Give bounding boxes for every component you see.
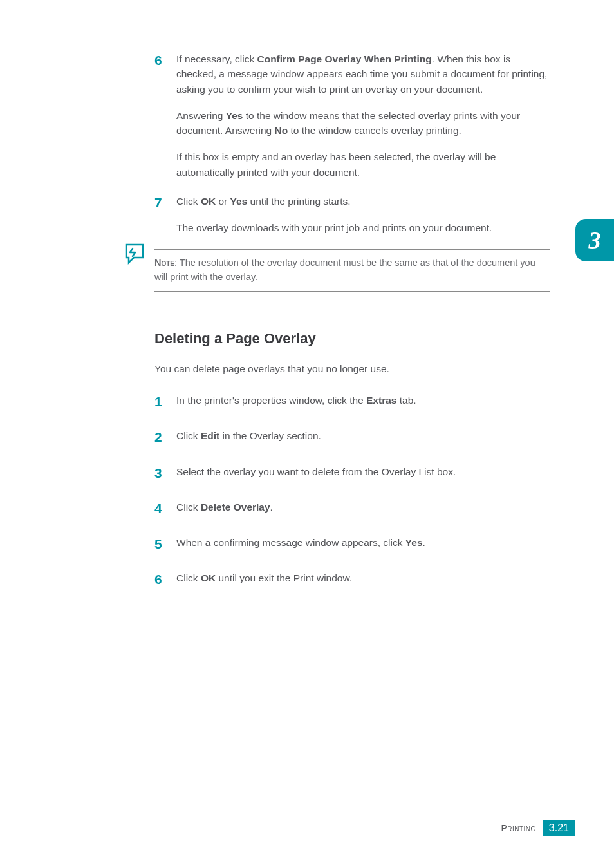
chapter-number: 3 <box>589 226 601 254</box>
upper-steps: 6If necessary, click Confirm Page Overla… <box>154 52 550 235</box>
step-item: 6If necessary, click Confirm Page Overla… <box>154 52 550 180</box>
bold-text: Delete Overlay <box>201 502 270 513</box>
step-paragraph: If this box is empty and an overlay has … <box>176 149 550 180</box>
step-number: 6 <box>154 52 176 180</box>
bold-text: No <box>275 125 288 136</box>
step-number: 3 <box>154 464 176 482</box>
step-item: 3Select the overlay you want to delete f… <box>154 464 550 482</box>
step-item: 7Click OK or Yes until the printing star… <box>154 194 550 236</box>
step-number: 2 <box>154 428 176 446</box>
step-item: 6Click OK until you exit the Print windo… <box>154 571 550 588</box>
step-number: 7 <box>154 194 176 236</box>
note-label: Note <box>154 258 174 268</box>
step-paragraph: Answering Yes to the window means that t… <box>176 108 550 138</box>
footer-page-number: 3.21 <box>543 820 575 836</box>
note-icon <box>121 238 149 267</box>
footer-section-label: Printing <box>501 823 535 833</box>
bold-text: Yes <box>230 196 248 207</box>
step-item: 1In the printer's properties window, cli… <box>154 393 550 410</box>
step-item: 4Click Delete Overlay. <box>154 500 550 517</box>
step-text: When a confirming message window appears… <box>176 535 550 552</box>
section-heading: Deleting a Page Overlay <box>154 330 550 347</box>
step-number: 4 <box>154 500 176 517</box>
step-item: 5When a confirming message window appear… <box>154 535 550 552</box>
bold-text: Confirm Page Overlay When Printing <box>257 53 431 64</box>
page-footer: Printing 3.21 <box>501 820 575 836</box>
lower-steps: 1In the printer's properties window, cli… <box>154 393 550 589</box>
step-text: Click OK or Yes until the printing start… <box>176 194 550 236</box>
step-paragraph: Click OK or Yes until the printing start… <box>176 194 550 209</box>
step-text: Click OK until you exit the Print window… <box>176 571 550 588</box>
step-item: 2Click Edit in the Overlay section. <box>154 428 550 446</box>
bold-text: Edit <box>201 430 219 441</box>
bold-text: Extras <box>366 395 396 406</box>
step-number: 1 <box>154 393 176 410</box>
step-number: 6 <box>154 571 176 588</box>
chapter-tab: 3 <box>575 219 614 261</box>
step-text: If necessary, click Confirm Page Overlay… <box>176 52 550 180</box>
step-paragraph: If necessary, click Confirm Page Overlay… <box>176 52 550 97</box>
bold-text: OK <box>201 196 216 207</box>
step-text: Click Delete Overlay. <box>176 500 550 517</box>
step-text: Select the overlay you want to delete fr… <box>176 464 550 482</box>
step-number: 5 <box>154 535 176 552</box>
note-box: Note: The resolution of the overlay docu… <box>154 249 550 292</box>
note-text: Note: The resolution of the overlay docu… <box>154 256 550 285</box>
section-intro: You can delete page overlays that you no… <box>154 361 550 376</box>
note-body: : The resolution of the overlay document… <box>154 258 535 282</box>
step-text: Click Edit in the Overlay section. <box>176 428 550 446</box>
bold-text: OK <box>201 572 216 583</box>
step-text: In the printer's properties window, clic… <box>176 393 550 410</box>
bold-text: Yes <box>405 537 423 548</box>
step-paragraph: The overlay downloads with your print jo… <box>176 220 550 235</box>
bold-text: Yes <box>226 110 243 121</box>
